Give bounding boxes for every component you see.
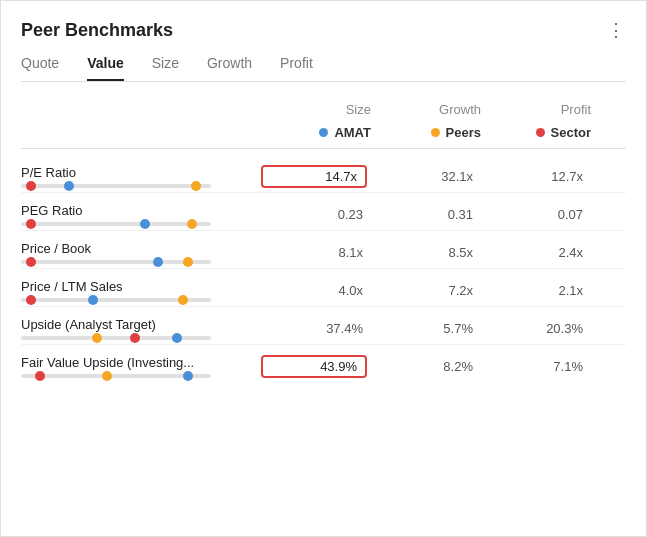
slider-dot-yellow bbox=[178, 295, 188, 305]
cell-peers: 0.31 bbox=[371, 207, 481, 222]
slider-track bbox=[21, 374, 211, 378]
legend-row: AMAT Peers Sector bbox=[21, 121, 626, 149]
slider bbox=[21, 374, 221, 378]
slider-dot-blue bbox=[172, 333, 182, 343]
slider bbox=[21, 336, 221, 340]
slider bbox=[21, 222, 221, 226]
row-label: Upside (Analyst Target) bbox=[21, 317, 261, 332]
tab-value[interactable]: Value bbox=[87, 55, 124, 81]
cell-peers: 32.1x bbox=[371, 169, 481, 184]
legend-empty bbox=[21, 125, 261, 140]
tabs-row: QuoteValueSizeGrowthProfit bbox=[21, 55, 626, 82]
cell-amat: 14.7x bbox=[261, 165, 367, 188]
table-row: Upside (Analyst Target)37.4%5.7%20.3% bbox=[21, 307, 626, 345]
cell-sector: 20.3% bbox=[481, 321, 591, 336]
tab-quote[interactable]: Quote bbox=[21, 55, 59, 81]
slider-dot-red bbox=[130, 333, 140, 343]
cell-amat: 8.1x bbox=[261, 245, 371, 260]
col-empty bbox=[21, 102, 261, 117]
table-row: P/E Ratio14.7x32.1x12.7x bbox=[21, 155, 626, 193]
col-profit: Profit bbox=[481, 102, 591, 117]
legend-amat: AMAT bbox=[261, 125, 371, 140]
slider-track bbox=[21, 222, 211, 226]
row-left: Price / Book bbox=[21, 241, 261, 264]
slider-dot-yellow bbox=[183, 257, 193, 267]
slider-dot-red bbox=[35, 371, 45, 381]
slider-track bbox=[21, 184, 211, 188]
row-label: Price / Book bbox=[21, 241, 261, 256]
slider-dot-yellow bbox=[92, 333, 102, 343]
table-row: PEG Ratio0.230.310.07 bbox=[21, 193, 626, 231]
panel-title: Peer Benchmarks bbox=[21, 20, 173, 41]
cell-amat: 0.23 bbox=[261, 207, 371, 222]
cell-peers: 8.5x bbox=[371, 245, 481, 260]
slider bbox=[21, 184, 221, 188]
legend-sector: Sector bbox=[481, 125, 591, 140]
column-headers: Size Growth Profit bbox=[21, 96, 626, 121]
slider-track bbox=[21, 260, 211, 264]
slider-dot-blue bbox=[64, 181, 74, 191]
cell-sector: 7.1% bbox=[481, 359, 591, 374]
data-rows: P/E Ratio14.7x32.1x12.7xPEG Ratio0.230.3… bbox=[21, 155, 626, 382]
row-left: P/E Ratio bbox=[21, 165, 261, 188]
slider-dot-blue bbox=[88, 295, 98, 305]
slider-dot-blue bbox=[153, 257, 163, 267]
peers-label: Peers bbox=[446, 125, 481, 140]
row-left: Upside (Analyst Target) bbox=[21, 317, 261, 340]
cell-peers: 8.2% bbox=[371, 359, 481, 374]
cell-peers: 5.7% bbox=[371, 321, 481, 336]
tab-growth[interactable]: Growth bbox=[207, 55, 252, 81]
slider-dot-red bbox=[26, 181, 36, 191]
legend-peers: Peers bbox=[371, 125, 481, 140]
sector-label: Sector bbox=[551, 125, 591, 140]
row-label: Price / LTM Sales bbox=[21, 279, 261, 294]
col-growth: Growth bbox=[371, 102, 481, 117]
slider bbox=[21, 298, 221, 302]
slider-dot-yellow bbox=[191, 181, 201, 191]
row-label: Fair Value Upside (Investing... bbox=[21, 355, 261, 370]
cell-sector: 12.7x bbox=[481, 169, 591, 184]
slider-track bbox=[21, 298, 211, 302]
peers-dot bbox=[431, 128, 440, 137]
cell-peers: 7.2x bbox=[371, 283, 481, 298]
row-label: P/E Ratio bbox=[21, 165, 261, 180]
slider-dot-yellow bbox=[102, 371, 112, 381]
header: Peer Benchmarks ⋮ bbox=[21, 19, 626, 41]
slider-dot-red bbox=[26, 219, 36, 229]
row-label: PEG Ratio bbox=[21, 203, 261, 218]
amat-label: AMAT bbox=[334, 125, 371, 140]
col-size: Size bbox=[261, 102, 371, 117]
tab-profit[interactable]: Profit bbox=[280, 55, 313, 81]
cell-amat: 37.4% bbox=[261, 321, 371, 336]
sector-dot bbox=[536, 128, 545, 137]
table-row: Price / LTM Sales4.0x7.2x2.1x bbox=[21, 269, 626, 307]
slider-dot-blue bbox=[140, 219, 150, 229]
cell-sector: 2.1x bbox=[481, 283, 591, 298]
slider-dot-red bbox=[26, 295, 36, 305]
more-icon[interactable]: ⋮ bbox=[607, 19, 626, 41]
row-left: Price / LTM Sales bbox=[21, 279, 261, 302]
tab-size[interactable]: Size bbox=[152, 55, 179, 81]
amat-dot bbox=[319, 128, 328, 137]
peer-benchmarks-panel: Peer Benchmarks ⋮ QuoteValueSizeGrowthPr… bbox=[0, 0, 647, 537]
row-left: PEG Ratio bbox=[21, 203, 261, 226]
row-left: Fair Value Upside (Investing... bbox=[21, 355, 261, 378]
slider bbox=[21, 260, 221, 264]
cell-sector: 2.4x bbox=[481, 245, 591, 260]
table-row: Fair Value Upside (Investing...43.9%8.2%… bbox=[21, 345, 626, 382]
slider-dot-red bbox=[26, 257, 36, 267]
cell-amat: 4.0x bbox=[261, 283, 371, 298]
table-row: Price / Book8.1x8.5x2.4x bbox=[21, 231, 626, 269]
slider-dot-blue bbox=[183, 371, 193, 381]
cell-amat: 43.9% bbox=[261, 355, 367, 378]
cell-sector: 0.07 bbox=[481, 207, 591, 222]
slider-track bbox=[21, 336, 211, 340]
slider-dot-yellow bbox=[187, 219, 197, 229]
